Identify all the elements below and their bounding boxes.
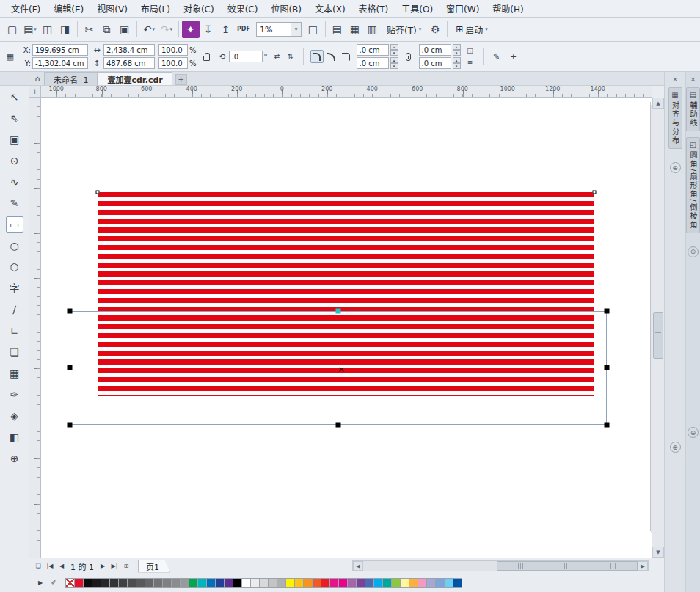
next-page-button[interactable]: ▶ [97, 560, 109, 572]
spinner[interactable]: ▴▾ [453, 57, 461, 69]
lock-ratio-button[interactable] [200, 50, 214, 63]
menu-item[interactable]: 文件(F) [4, 0, 47, 17]
undo-button[interactable]: ↶▾ [140, 21, 158, 38]
docker-tab-corner[interactable]: ◰ 圆角/扇形角/倒棱角 [686, 137, 700, 233]
selection-handle-bottom-left[interactable] [68, 423, 73, 428]
docker-collapse-button[interactable]: ⊕ [688, 427, 699, 438]
round-corner-button[interactable] [310, 50, 324, 63]
menu-item[interactable]: 表格(T) [352, 0, 395, 17]
show-grid-button[interactable]: ▦ [346, 21, 364, 38]
anchor-point-selector[interactable]: ▦ [4, 50, 17, 63]
fullscreen-preview-button[interactable]: □ [305, 21, 322, 38]
object-height-field[interactable]: 487.68 cm [103, 57, 155, 69]
import-button[interactable]: ↧ [200, 21, 217, 38]
outline-pen-button[interactable]: ✎ [490, 50, 503, 63]
eyedropper-tool[interactable]: ✑ [6, 387, 23, 403]
menu-item[interactable]: 视图(V) [90, 0, 134, 17]
menu-item[interactable]: 对象(C) [177, 0, 221, 17]
toolbar-button[interactable] [178, 21, 179, 37]
scroll-up-button[interactable]: ▲ [652, 98, 664, 109]
object-center-marker[interactable]: × [338, 365, 344, 373]
selection-handle-middle-right[interactable] [605, 365, 610, 370]
palette-swatch[interactable] [453, 578, 462, 588]
object-width-field[interactable]: 2,438.4 cm [103, 44, 155, 56]
selection-handle-bottom-center[interactable] [336, 423, 341, 428]
menu-item[interactable]: 编辑(E) [47, 0, 90, 17]
selection-handle-bottom-right[interactable] [605, 423, 610, 428]
selection-handle-middle-left[interactable] [68, 365, 73, 370]
docker-collapse-button[interactable]: ⊕ [670, 162, 681, 173]
menu-item[interactable]: 窗口(W) [440, 0, 486, 17]
text-tool[interactable]: 字 [6, 280, 23, 296]
selection-handle-top-center[interactable] [336, 309, 341, 314]
docker-collapse-button[interactable]: ⊕ [688, 246, 699, 257]
zoom-tool[interactable]: ⊙ [6, 153, 23, 169]
palette-flyout-button[interactable]: ▶ [35, 578, 45, 588]
spinner[interactable]: ▴▾ [390, 57, 398, 69]
page-tab[interactable]: 页1 [138, 560, 170, 573]
scroll-down-button[interactable]: ▼ [652, 547, 664, 558]
close-icon[interactable]: × [688, 74, 699, 84]
export-button[interactable]: ↥ [217, 21, 235, 38]
corner-radius-tr-field[interactable]: .0 cm [419, 44, 451, 56]
horizontal-scrollbar[interactable]: ◀ ▶ [352, 560, 649, 571]
color-eyedropper-icon[interactable]: ✐ [48, 578, 59, 588]
add-page-button[interactable]: ⊞ [120, 560, 132, 572]
selection-handle-top-right[interactable] [605, 309, 610, 314]
launch-dropdown[interactable]: ⊞ 启动 ▾ [451, 21, 493, 38]
pick-tool[interactable]: ↖ [6, 89, 23, 105]
close-icon[interactable]: × [670, 74, 680, 84]
previous-page-button[interactable]: ◀ [56, 560, 68, 572]
toolbar-button[interactable] [325, 21, 326, 37]
scale-h-field[interactable]: 100.0 [158, 44, 188, 56]
mirror-vertical-button[interactable]: ⇅ [285, 51, 296, 62]
horizontal-scrollbar-thumb[interactable] [497, 561, 638, 571]
spinner[interactable]: ▴▾ [453, 44, 461, 56]
vertical-ruler[interactable] [29, 98, 41, 558]
docker-collapse-button[interactable]: ⊕ [670, 442, 681, 453]
object-y-field[interactable]: -1,302.04 cm [32, 57, 88, 69]
selection-handle-top-left[interactable] [68, 309, 73, 314]
corner-radius-br-field[interactable]: .0 cm [419, 57, 451, 69]
open-button[interactable]: ▤▾ [21, 21, 39, 38]
object-corner-node[interactable] [96, 191, 100, 194]
quick-customize-button[interactable]: + [507, 50, 520, 63]
corner-radius-tl-field[interactable]: .0 cm [357, 44, 389, 56]
page-flyout-button[interactable]: ❏ [32, 560, 44, 572]
search-content-button[interactable]: ✦ [182, 21, 200, 38]
toolbar-button[interactable] [136, 21, 137, 37]
show-guidelines-button[interactable]: ▥ [364, 21, 382, 38]
corner-radius-bl-field[interactable]: .0 cm [357, 57, 389, 69]
rotation-angle-field[interactable]: .0 [229, 51, 263, 62]
zoom-level-select[interactable]: 1% ▾ [256, 22, 302, 37]
options-button[interactable]: ⚙ [426, 21, 444, 38]
docker-tab-guidelines[interactable]: ▤ 辅助线 [686, 87, 700, 131]
vertical-scrollbar-thumb[interactable] [653, 312, 663, 359]
new-document-button[interactable]: ▢ [4, 21, 21, 38]
dimension-tool[interactable]: ∕ [6, 302, 23, 318]
tab-yijiayi[interactable]: 壹加壹cdr.cdr [98, 72, 172, 85]
pdf-export-button[interactable]: PDF [235, 21, 253, 38]
connector-tool[interactable]: ∟ [6, 323, 23, 339]
chamfered-corner-button[interactable] [340, 50, 353, 63]
scroll-left-button[interactable]: ◀ [353, 561, 363, 571]
vertical-scrollbar[interactable]: ▲ ▼ [652, 98, 664, 558]
wrap-text-button[interactable]: ≡ [464, 57, 476, 67]
ellipse-tool[interactable]: ○ [6, 238, 23, 254]
save-button[interactable]: ◫ [39, 21, 56, 38]
menu-item[interactable]: 布局(L) [134, 0, 177, 17]
snap-to-dropdown[interactable]: 贴齐(T) ▾ [382, 21, 426, 38]
crop-tool[interactable]: ▣ [6, 131, 23, 147]
artistic-media-tool[interactable]: ✎ [6, 195, 23, 211]
drawing-canvas[interactable]: × [41, 98, 652, 558]
chevron-down-icon[interactable]: ▾ [291, 23, 301, 36]
menu-item[interactable]: 工具(O) [395, 0, 440, 17]
menu-item[interactable]: 帮助(H) [486, 0, 530, 17]
welcome-screen-button[interactable]: ⌂ [31, 73, 44, 85]
toolbar-button[interactable] [77, 21, 78, 37]
more-tools-button[interactable]: ⊕ [6, 450, 23, 467]
object-corner-node[interactable] [593, 191, 597, 194]
object-x-field[interactable]: 199.695 cm [32, 44, 88, 56]
menu-item[interactable]: 文本(X) [308, 0, 352, 17]
interactive-fill-tool[interactable]: ◧ [6, 429, 23, 445]
